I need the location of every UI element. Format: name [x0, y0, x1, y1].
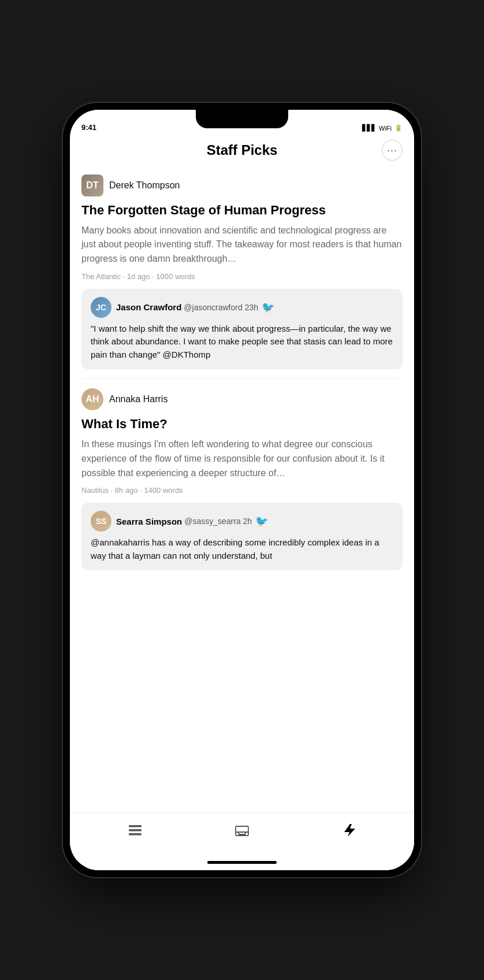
svg-rect-0	[129, 825, 142, 827]
tweet-block[interactable]: JC Jason Crawford @jasoncrawford 23h 🐦 "…	[81, 289, 403, 370]
avatar-image: DT	[81, 175, 103, 196]
tweet-author-name: Jason Crawford	[116, 302, 181, 312]
tweet-block[interactable]: SS Searra Simpson @sassy_searra 2h 🐦 @an…	[81, 503, 403, 570]
nav-item-inbox[interactable]	[222, 818, 262, 845]
tweet-avatar: JC	[91, 297, 111, 318]
header: Staff Picks ···	[70, 135, 414, 165]
more-options-button[interactable]: ···	[382, 140, 403, 161]
tweet-body: "I want to help shift the way we think a…	[91, 322, 393, 362]
tweet-author-name: Searra Simpson	[116, 517, 182, 526]
article-excerpt: Many books about innovation and scientif…	[81, 224, 403, 266]
twitter-icon: 🐦	[255, 515, 268, 528]
tweet-meta: Jason Crawford @jasoncrawford 23h 🐦	[116, 301, 393, 314]
tweet-handle: @sassy_searra	[184, 517, 240, 526]
page-title: Staff Picks	[207, 142, 278, 158]
avatar: AH	[81, 388, 103, 410]
nav-item-stacks[interactable]	[116, 818, 155, 845]
wifi-icon: WiFi	[379, 125, 392, 132]
tweet-avatar-image: SS	[91, 511, 111, 532]
article-excerpt: In these musings I'm often left wonderin…	[81, 437, 403, 480]
more-dots-icon: ···	[387, 145, 397, 155]
author-row: AH Annaka Harris	[81, 388, 403, 410]
stacks-icon	[127, 822, 143, 841]
avatar: DT	[81, 175, 103, 196]
articles-list: DT Derek Thompson The Forgotten Stage of…	[70, 165, 414, 812]
twitter-icon: 🐦	[262, 301, 274, 314]
tweet-handle: @jasoncrawford	[184, 303, 242, 312]
tweet-body: @annakaharris has a way of describing so…	[91, 536, 393, 562]
svg-rect-3	[236, 826, 248, 832]
tweet-header: JC Jason Crawford @jasoncrawford 23h 🐦	[91, 297, 393, 318]
tweet-time: 23h	[245, 303, 258, 312]
author-name: Annaka Harris	[109, 394, 167, 404]
tweet-header: SS Searra Simpson @sassy_searra 2h 🐦	[91, 511, 393, 532]
article-title: The Forgotten Stage of Human Progress	[81, 202, 403, 219]
tweet-time: 2h	[243, 517, 252, 526]
bottom-nav	[70, 812, 414, 854]
status-icons: ▋▋▋ WiFi 🔋	[362, 124, 403, 132]
article-meta: Nautilus · 8h ago · 1400 words	[81, 486, 403, 495]
inbox-icon	[234, 822, 250, 841]
svg-rect-2	[129, 833, 142, 836]
article-item[interactable]: AH Annaka Harris What Is Time? In these …	[81, 379, 403, 580]
status-time: 9:41	[81, 123, 96, 132]
article-title: What Is Time?	[81, 416, 403, 433]
signal-icon: ▋▋▋	[362, 124, 376, 132]
article-item[interactable]: DT Derek Thompson The Forgotten Stage of…	[81, 165, 403, 379]
author-row: DT Derek Thompson	[81, 175, 403, 196]
battery-icon: 🔋	[394, 124, 403, 132]
notch	[196, 110, 288, 128]
author-name: Derek Thompson	[109, 180, 180, 191]
phone-screen: 9:41 ▋▋▋ WiFi 🔋 Staff Picks ··· DT	[70, 110, 414, 870]
home-indicator	[207, 861, 277, 864]
nav-item-flash[interactable]	[329, 818, 368, 845]
tweet-meta: Searra Simpson @sassy_searra 2h 🐦	[116, 515, 393, 528]
article-meta: The Atlantic · 1d ago · 1000 words	[81, 272, 403, 281]
phone-frame: 9:41 ▋▋▋ WiFi 🔋 Staff Picks ··· DT	[63, 103, 421, 877]
tweet-avatar-image: JC	[91, 297, 111, 318]
svg-rect-1	[129, 829, 142, 831]
tweet-avatar: SS	[91, 511, 111, 532]
avatar-image: AH	[81, 388, 103, 410]
home-bar	[70, 854, 414, 870]
bolt-icon	[341, 822, 357, 841]
